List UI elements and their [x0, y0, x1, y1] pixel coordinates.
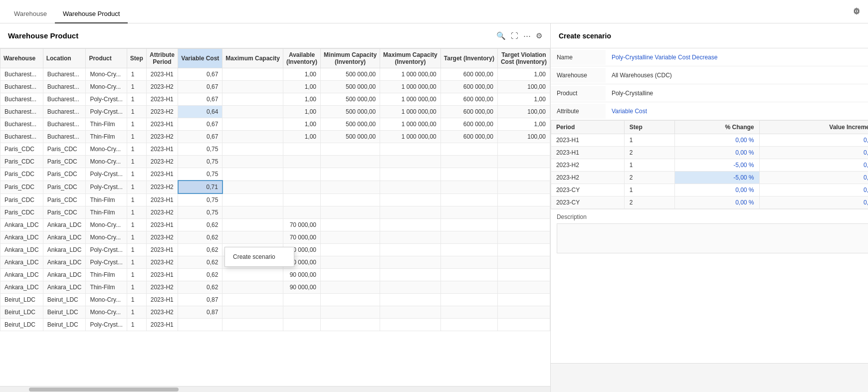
table-row[interactable]: Bucharest...Bucharest...Poly-Cryst...120…: [0, 106, 550, 118]
table-cell[interactable]: Thin-Film: [86, 281, 127, 294]
horizontal-scrollbar[interactable]: [0, 386, 550, 392]
scenario-cell[interactable]: 2023-CY: [551, 184, 624, 196]
scenario-cell[interactable]: 0,00: [759, 134, 868, 147]
scenario-row[interactable]: 2023-H120,00 %0,000,00: [551, 147, 868, 159]
table-cell[interactable]: 0,67: [178, 81, 222, 93]
table-cell[interactable]: [222, 106, 283, 118]
scenario-cell[interactable]: 1: [624, 134, 674, 147]
table-cell[interactable]: 1: [127, 181, 146, 194]
table-cell[interactable]: 2023-H2: [146, 306, 178, 319]
table-row[interactable]: Beirut_LDCBeirut_LDCMono-Cry...12023-H10…: [0, 294, 550, 306]
table-cell[interactable]: Ankara_LDC: [0, 269, 43, 281]
table-cell[interactable]: Poly-Cryst...: [86, 256, 127, 269]
table-cell[interactable]: 2023-H1: [146, 143, 178, 156]
table-row[interactable]: Paris_CDCParis_CDCMono-Cry...12023-H10,7…: [0, 143, 550, 156]
table-cell[interactable]: [497, 206, 550, 219]
table-cell[interactable]: Poly-Cryst...: [86, 319, 127, 331]
table-cell[interactable]: 1: [127, 156, 146, 168]
table-cell[interactable]: [380, 143, 441, 156]
table-cell[interactable]: 2023-H2: [146, 131, 178, 143]
table-cell[interactable]: [321, 143, 380, 156]
table-cell[interactable]: [222, 168, 283, 181]
table-cell[interactable]: [222, 219, 283, 231]
table-cell[interactable]: 500 000,00: [321, 131, 380, 143]
scenario-cell[interactable]: 2: [624, 196, 674, 209]
table-cell[interactable]: [321, 206, 380, 219]
scenario-cell[interactable]: 0,00 %: [674, 134, 759, 147]
table-cell[interactable]: 1 000 000,00: [380, 118, 441, 131]
table-cell[interactable]: 1: [127, 81, 146, 93]
table-cell[interactable]: Poly-Cryst...: [86, 244, 127, 256]
table-cell[interactable]: 2023-H1: [146, 244, 178, 256]
table-cell[interactable]: [380, 231, 441, 244]
table-cell[interactable]: Mono-Cry...: [86, 156, 127, 168]
table-cell[interactable]: Beirut_LDC: [43, 319, 86, 331]
table-cell[interactable]: Bucharest...: [0, 118, 43, 131]
table-cell[interactable]: [321, 294, 380, 306]
table-cell[interactable]: 2023-H2: [146, 256, 178, 269]
table-cell[interactable]: Ankara_LDC: [43, 219, 86, 231]
table-cell[interactable]: Ankara_LDC: [43, 256, 86, 269]
table-cell[interactable]: Bucharest...: [0, 131, 43, 143]
table-cell[interactable]: 600 000,00: [440, 131, 497, 143]
table-row[interactable]: Ankara_LDCAnkara_LDCThin-Film12023-H20,6…: [0, 281, 550, 294]
table-cell[interactable]: 600 000,00: [440, 81, 497, 93]
table-cell[interactable]: Ankara_LDC: [0, 244, 43, 256]
table-cell[interactable]: 1,00: [497, 68, 550, 81]
table-cell[interactable]: [440, 244, 497, 256]
table-cell[interactable]: [283, 319, 321, 331]
page-gear-icon[interactable]: ⚙: [853, 6, 860, 15]
scenario-row[interactable]: 2023-CY10,00 %0,000,00: [551, 184, 868, 196]
table-cell[interactable]: Paris_CDC: [43, 194, 86, 206]
scenario-cell[interactable]: 2023-H2: [551, 159, 624, 172]
table-cell[interactable]: Thin-Film: [86, 194, 127, 206]
table-cell[interactable]: 0,75: [178, 206, 222, 219]
table-cell[interactable]: Mono-Cry...: [86, 81, 127, 93]
table-cell[interactable]: Bucharest...: [0, 81, 43, 93]
table-cell[interactable]: 1 000 000,00: [380, 131, 441, 143]
context-menu-create-scenario[interactable]: Create scenario: [225, 249, 294, 264]
table-cell[interactable]: Bucharest...: [43, 118, 86, 131]
table-cell[interactable]: [321, 194, 380, 206]
table-cell[interactable]: 1: [127, 319, 146, 331]
table-cell[interactable]: Paris_CDC: [0, 194, 43, 206]
table-cell[interactable]: 1: [127, 68, 146, 81]
table-cell[interactable]: Bucharest...: [0, 93, 43, 106]
table-cell[interactable]: Bucharest...: [43, 131, 86, 143]
table-row[interactable]: Bucharest...Bucharest...Mono-Cry...12023…: [0, 68, 550, 81]
table-cell[interactable]: [222, 181, 283, 194]
table-cell[interactable]: 600 000,00: [440, 106, 497, 118]
table-cell[interactable]: Ankara_LDC: [0, 256, 43, 269]
value-name[interactable]: Poly-Crystalline Variable Cost Decrease: [606, 50, 868, 65]
table-cell[interactable]: [497, 306, 550, 319]
table-cell[interactable]: [440, 143, 497, 156]
table-cell[interactable]: [222, 118, 283, 131]
scenario-cell[interactable]: 0,00 %: [674, 196, 759, 209]
table-cell[interactable]: 1: [127, 269, 146, 281]
table-cell[interactable]: [440, 206, 497, 219]
table-row[interactable]: Bucharest...Bucharest...Mono-Cry...12023…: [0, 81, 550, 93]
table-cell[interactable]: 0,67: [178, 93, 222, 106]
table-cell[interactable]: 1,00: [283, 68, 321, 81]
table-cell[interactable]: Ankara_LDC: [0, 219, 43, 231]
table-cell[interactable]: Bucharest...: [43, 106, 86, 118]
table-cell[interactable]: [222, 131, 283, 143]
table-cell[interactable]: [497, 231, 550, 244]
table-cell[interactable]: 0,67: [178, 68, 222, 81]
table-cell[interactable]: 1 000 000,00: [380, 93, 441, 106]
table-row[interactable]: Bucharest...Bucharest...Thin-Film12023-H…: [0, 131, 550, 143]
scenario-cell[interactable]: -5,00 %: [674, 172, 759, 184]
table-cell[interactable]: [497, 294, 550, 306]
value-attribute[interactable]: Variable Cost: [606, 104, 868, 119]
table-cell[interactable]: [321, 181, 380, 194]
table-cell[interactable]: Paris_CDC: [43, 156, 86, 168]
table-cell[interactable]: [321, 306, 380, 319]
table-cell[interactable]: [321, 244, 380, 256]
table-cell[interactable]: [497, 256, 550, 269]
table-cell[interactable]: 1: [127, 219, 146, 231]
table-cell[interactable]: [283, 194, 321, 206]
table-cell[interactable]: 90 000,00: [283, 281, 321, 294]
table-cell[interactable]: Ankara_LDC: [43, 281, 86, 294]
table-cell[interactable]: 1,00: [283, 93, 321, 106]
table-cell[interactable]: [497, 156, 550, 168]
